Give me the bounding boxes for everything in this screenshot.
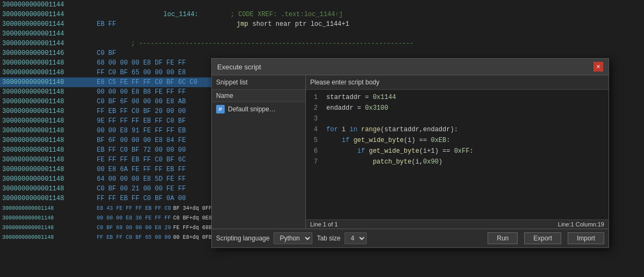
editor-statusbar: Line 1 of 1 Line:1 Column:19 xyxy=(306,219,609,229)
dialog-close-button[interactable]: × xyxy=(593,62,603,72)
snippet-panel: Snippet list Name Default snippe… xyxy=(212,75,306,229)
code-line-7: patch_byte(i,0x90) xyxy=(326,157,604,167)
snippet-panel-header: Snippet list xyxy=(212,75,305,90)
code-comment: ; --------------------------------------… xyxy=(131,40,414,47)
lang-select[interactable]: Python IDC xyxy=(274,232,312,244)
code-addr: 3000000000001144 xyxy=(2,20,88,28)
line-num-5: 5 xyxy=(310,135,318,146)
run-button[interactable]: Run xyxy=(488,232,518,244)
line-count: Line 1 of 1 xyxy=(310,221,338,228)
code-addr: 3000000000001144 xyxy=(2,11,88,18)
editor-header: Please enter script body xyxy=(306,75,609,90)
code-line-1: startaddr = 0x1144 xyxy=(326,92,604,103)
code-line-5: if get_wide_byte(i) == 0xEB: xyxy=(326,135,604,146)
dialog-main: Snippet list Name Default snippe… xyxy=(212,75,609,229)
lang-label: Scripting language xyxy=(216,235,269,242)
line-numbers: 1 2 3 4 5 6 7 xyxy=(306,92,322,217)
code-comment: ; CODE XREF: .text:loc_1144↑j xyxy=(231,11,343,18)
dialog-bottom: Scripting language Python IDC Tab size 4… xyxy=(212,229,609,247)
code-editor-content: startaddr = 0x1144 endaddr = 0x3100 for … xyxy=(322,92,609,217)
line-num-4: 4 xyxy=(310,124,318,135)
code-loc: loc_1144: xyxy=(163,11,198,18)
code-addr: 3000000000001144 xyxy=(2,30,88,38)
line-num-2: 2 xyxy=(310,103,318,113)
cursor-position: Line:1 Column:19 xyxy=(558,221,604,228)
code-line-2: endaddr = 0x3100 xyxy=(326,103,604,113)
code-line-4: for i in range(startaddr,endaddr): xyxy=(326,124,604,135)
snippet-col-header: Name xyxy=(212,90,305,102)
snippet-label: Default snippe… xyxy=(228,105,276,113)
code-addr: 3000000000001144 xyxy=(2,1,88,9)
code-line-6: if get_wide_byte(i+1) == 0xFF: xyxy=(326,146,604,157)
line-num-6: 6 xyxy=(310,146,318,157)
tab-label: Tab size xyxy=(317,235,340,242)
code-addr: 3000000000001144 xyxy=(2,40,88,47)
dialog-title: Execute script xyxy=(217,63,261,71)
code-line-3 xyxy=(326,113,604,124)
execute-script-dialog: Execute script × Snippet list Name xyxy=(211,58,609,248)
code-instr: jmp xyxy=(237,20,248,28)
editor-content[interactable]: 1 2 3 4 5 6 7 startaddr = 0x1144 xyxy=(306,90,609,219)
line-num-3: 3 xyxy=(310,113,318,124)
snippet-icon xyxy=(216,105,225,113)
line-num-7: 7 xyxy=(310,157,318,167)
dialog-titlebar: Execute script × xyxy=(212,59,609,75)
code-operand: short near ptr loc_1144+1 xyxy=(253,20,349,28)
export-button[interactable]: Export xyxy=(524,232,561,244)
editor-panel: Please enter script body 1 2 3 4 5 6 7 xyxy=(306,75,609,229)
tab-select[interactable]: 4 2 8 xyxy=(345,232,367,244)
import-button[interactable]: Import xyxy=(568,232,604,244)
code-bytes: EB FF xyxy=(97,20,118,28)
snippet-item-default[interactable]: Default snippe… xyxy=(212,102,305,116)
dialog-body: Snippet list Name Default snippe… xyxy=(212,75,609,247)
line-num-1: 1 xyxy=(310,92,318,103)
